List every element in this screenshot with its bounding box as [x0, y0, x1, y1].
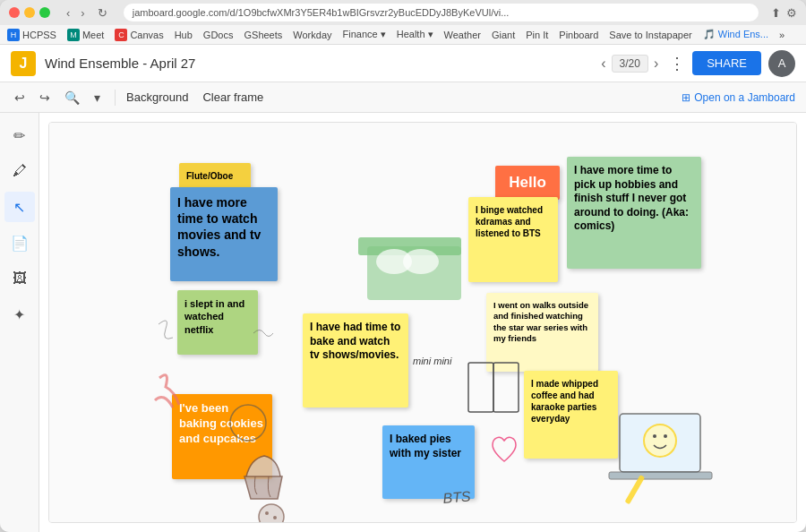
- sticky-note-3[interactable]: i slept in and watched netflix: [177, 290, 258, 355]
- bookmark-pinboard[interactable]: Pinboard: [559, 30, 598, 40]
- undo-button[interactable]: ↩: [11, 89, 29, 107]
- url-text: jamboard.google.com/d/1O9bcfwXMr3Y5ER4b1…: [133, 7, 510, 18]
- next-page-button[interactable]: ›: [654, 56, 658, 72]
- settings-icon[interactable]: ⚙: [786, 6, 797, 20]
- select-tool[interactable]: ↖: [4, 192, 35, 222]
- jamboard-canvas: Flute/Oboe I have more time to watch mov…: [48, 122, 797, 523]
- jamboard-title: Wind Ensemble - April 27: [45, 56, 601, 71]
- prev-page-button[interactable]: ‹: [601, 56, 605, 72]
- bookmark-workday[interactable]: Workday: [293, 30, 331, 40]
- pen-tool[interactable]: ✏: [4, 120, 35, 150]
- page-navigation: ‹ 3/20 ›: [601, 55, 658, 73]
- maximize-button[interactable]: [39, 7, 50, 18]
- avatar[interactable]: A: [768, 50, 795, 77]
- open-on-jamboard-label: Open on a Jamboard: [694, 91, 795, 104]
- bookmark-hcpss[interactable]: H HCPSS: [7, 29, 56, 41]
- sticky-note-5[interactable]: I binge watched kdramas and listened to …: [468, 197, 558, 282]
- sticky-note-2[interactable]: I have more time to watch movies and tv …: [170, 187, 278, 281]
- sticky-note-4[interactable]: Hello: [495, 166, 560, 200]
- canvas-area[interactable]: Flute/Oboe I have more time to watch mov…: [39, 113, 806, 532]
- title-bar: ‹ › ↻ jamboard.google.com/d/1O9bcfwXMr3Y…: [0, 0, 806, 25]
- separator: [115, 90, 116, 106]
- bookmarks-bar: H HCPSS M Meet C Canvas Hub GDocs GSheet…: [0, 25, 806, 45]
- bookmark-giant[interactable]: Giant: [492, 30, 515, 40]
- refresh-button[interactable]: ↻: [94, 4, 111, 21]
- bookmark-more[interactable]: 🎵 Wind Ens...: [703, 29, 768, 40]
- bookmark-hub[interactable]: Hub: [175, 30, 193, 40]
- main-content: ✏ 🖍 ↖ 📄 🖼 ✦ Flute/Oboe I have more time …: [0, 113, 806, 532]
- browser-frame: ‹ › ↻ jamboard.google.com/d/1O9bcfwXMr3Y…: [0, 0, 806, 532]
- zoom-dropdown[interactable]: ▾: [90, 89, 104, 107]
- bookmark-extra[interactable]: »: [779, 30, 785, 40]
- redo-button[interactable]: ↪: [36, 89, 54, 107]
- bookmark-gsheets[interactable]: GSheets: [244, 30, 282, 40]
- sticky-note-8[interactable]: I have had time to bake and watch tv sho…: [303, 313, 408, 408]
- laser-tool[interactable]: ✦: [4, 299, 35, 330]
- bookmark-canvas[interactable]: C Canvas: [115, 29, 163, 41]
- back-button[interactable]: ‹: [63, 4, 73, 21]
- forward-button[interactable]: ›: [77, 4, 88, 21]
- share-button[interactable]: SHARE: [692, 51, 761, 75]
- sticky-note-10[interactable]: I made whipped coffee and had karaoke pa…: [524, 371, 618, 459]
- image-tool[interactable]: 🖼: [4, 263, 35, 294]
- sticky-note-9[interactable]: I've been baking cookies and cupcakes: [172, 394, 272, 479]
- drawing-toolbar: ↩ ↪ 🔍 ▾ Background Clear frame ⊞ Open on…: [0, 82, 806, 113]
- sticky-note-6[interactable]: I have more time to pick up hobbies and …: [567, 157, 701, 269]
- sticky-note-tool[interactable]: 📄: [4, 227, 35, 258]
- bookmark-health[interactable]: Health ▾: [397, 29, 433, 40]
- clear-frame-button[interactable]: Clear frame: [202, 90, 263, 104]
- page-indicator[interactable]: 3/20: [612, 55, 648, 73]
- jamboard-toolbar: J Wind Ensemble - April 27 ‹ 3/20 › ⋮ SH…: [0, 45, 806, 82]
- address-bar[interactable]: jamboard.google.com/d/1O9bcfwXMr3Y5ER4b1…: [124, 4, 759, 21]
- marker-tool[interactable]: 🖍: [4, 156, 35, 186]
- background-button[interactable]: Background: [126, 90, 188, 104]
- bookmark-instapaper[interactable]: Save to Instapaper: [609, 30, 691, 40]
- open-on-jamboard-icon: ⊞: [682, 91, 690, 104]
- side-toolbar: ✏ 🖍 ↖ 📄 🖼 ✦: [0, 113, 39, 532]
- minimize-button[interactable]: [24, 7, 35, 18]
- bookmark-meet[interactable]: M Meet: [67, 29, 104, 41]
- bookmark-gdocs[interactable]: GDocs: [203, 30, 234, 40]
- jb-actions: ⋮ SHARE A: [669, 50, 795, 77]
- sticky-note-7[interactable]: I went on walks outside and finished wat…: [486, 293, 598, 372]
- zoom-button[interactable]: 🔍: [61, 89, 83, 107]
- sticky-note-1[interactable]: Flute/Oboe: [179, 163, 251, 190]
- sticky-note-11[interactable]: I baked pies with my sister: [382, 425, 475, 499]
- traffic-lights: [9, 7, 50, 18]
- bookmark-pinit[interactable]: Pin It: [526, 30, 548, 40]
- bookmark-finance[interactable]: Finance ▾: [343, 29, 386, 40]
- close-button[interactable]: [9, 7, 20, 18]
- open-on-jamboard-button[interactable]: ⊞ Open on a Jamboard: [682, 91, 795, 104]
- more-options-icon[interactable]: ⋮: [669, 54, 685, 73]
- share-icon[interactable]: ⬆: [771, 6, 781, 20]
- bookmark-weather[interactable]: Weather: [444, 30, 481, 40]
- jamboard-logo: J: [11, 51, 36, 76]
